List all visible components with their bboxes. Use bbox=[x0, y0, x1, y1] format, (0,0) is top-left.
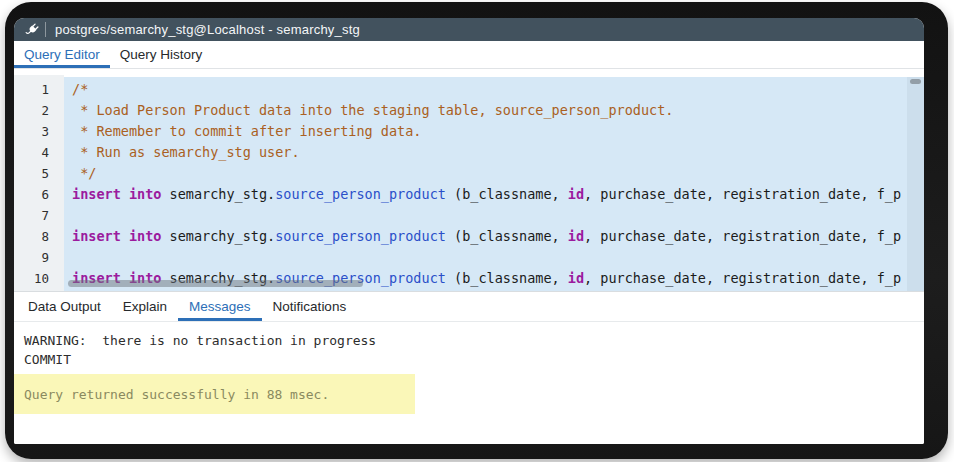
code-line-row: 5 */ bbox=[14, 163, 924, 184]
code-line-row: 1/* bbox=[14, 79, 924, 100]
line-number: 9 bbox=[14, 247, 64, 268]
code-token-comment: */ bbox=[72, 165, 96, 181]
line-number: 1 bbox=[14, 79, 64, 100]
code-token-ident: source_person_product bbox=[275, 186, 446, 202]
code-line-row: 2 * Load Person Product data into the st… bbox=[14, 100, 924, 121]
code-lines: 1/*2 * Load Person Product data into the… bbox=[14, 79, 924, 289]
line-number: 2 bbox=[14, 100, 64, 121]
code-line-content[interactable]: /* bbox=[64, 79, 924, 100]
code-line-content[interactable] bbox=[64, 205, 924, 226]
code-token-keyword: insert into bbox=[72, 228, 161, 244]
code-token-plain: (b_classname, bbox=[446, 228, 568, 244]
code-line-content[interactable]: * Load Person Product data into the stag… bbox=[64, 100, 924, 121]
message-log: WARNING: there is no transaction in prog… bbox=[14, 322, 924, 369]
line-number: 3 bbox=[14, 121, 64, 142]
code-line-row: 7 bbox=[14, 205, 924, 226]
code-line-content[interactable]: * Run as semarchy_stg user. bbox=[64, 142, 924, 163]
titlebar-divider bbox=[45, 22, 46, 37]
code-token-ident: source_person_product bbox=[275, 228, 446, 244]
connection-titlebar: postgres/semarchy_stg@Localhost - semarc… bbox=[14, 18, 924, 41]
code-token-plain: (b_classname, bbox=[446, 270, 568, 286]
code-line-row: 4 * Run as semarchy_stg user. bbox=[14, 142, 924, 163]
code-line-content[interactable]: insert into semarchy_stg.source_person_p… bbox=[64, 226, 924, 247]
code-line-content[interactable]: */ bbox=[64, 163, 924, 184]
tab-query-history[interactable]: Query History bbox=[110, 41, 213, 68]
message-log-line: COMMIT bbox=[24, 350, 924, 369]
code-line-content[interactable] bbox=[64, 247, 924, 268]
messages-panel: WARNING: there is no transaction in prog… bbox=[14, 322, 924, 444]
line-number: 4 bbox=[14, 142, 64, 163]
line-number: 6 bbox=[14, 184, 64, 205]
code-token-plain: semarchy_stg. bbox=[161, 228, 275, 244]
code-token-keyword: id bbox=[568, 186, 584, 202]
connection-title: postgres/semarchy_stg@Localhost - semarc… bbox=[55, 22, 360, 37]
code-token-comment: /* bbox=[72, 81, 88, 97]
tab-data-output[interactable]: Data Output bbox=[17, 292, 112, 321]
code-line-row: 8insert into semarchy_stg.source_person_… bbox=[14, 226, 924, 247]
tab-explain[interactable]: Explain bbox=[112, 292, 178, 321]
horizontal-scrollbar-thumb[interactable] bbox=[68, 280, 363, 287]
code-token-plain: , purchase_date, registration_date, f_p bbox=[584, 270, 901, 286]
code-token-comment: * Remember to commit after inserting dat… bbox=[72, 123, 422, 139]
vertical-scrollbar-thumb[interactable] bbox=[910, 79, 921, 84]
code-token-keyword: insert into bbox=[72, 186, 161, 202]
pgadmin-query-tool-window: postgres/semarchy_stg@Localhost - semarc… bbox=[14, 18, 924, 444]
tab-messages[interactable]: Messages bbox=[178, 292, 262, 321]
output-panel-tab-bar: Data OutputExplainMessagesNotifications bbox=[14, 291, 924, 322]
code-token-plain: , purchase_date, registration_date, f_p bbox=[584, 186, 901, 202]
code-line-row: 6insert into semarchy_stg.source_person_… bbox=[14, 184, 924, 205]
sql-editor[interactable]: 1/*2 * Load Person Product data into the… bbox=[14, 69, 924, 291]
code-token-comment: * Run as semarchy_stg user. bbox=[72, 144, 300, 160]
code-token-keyword: id bbox=[568, 228, 584, 244]
message-log-line: WARNING: there is no transaction in prog… bbox=[24, 331, 924, 350]
code-token-keyword: id bbox=[568, 270, 584, 286]
editor-tab-bar: Query EditorQuery History bbox=[14, 41, 924, 69]
vertical-scrollbar[interactable] bbox=[907, 77, 924, 291]
line-number: 8 bbox=[14, 226, 64, 247]
code-line-content[interactable]: * Remember to commit after inserting dat… bbox=[64, 121, 924, 142]
code-line-content[interactable]: insert into semarchy_stg.source_person_p… bbox=[64, 184, 924, 205]
success-message-text: Query returned successfully in 88 msec. bbox=[14, 387, 329, 402]
tab-query-editor[interactable]: Query Editor bbox=[14, 41, 110, 68]
code-line-row: 9 bbox=[14, 247, 924, 268]
tab-notifications[interactable]: Notifications bbox=[262, 292, 358, 321]
plug-icon bbox=[18, 22, 45, 38]
code-token-plain: semarchy_stg. bbox=[161, 186, 275, 202]
line-number: 5 bbox=[14, 163, 64, 184]
line-number: 10 bbox=[14, 268, 64, 289]
code-token-plain: (b_classname, bbox=[446, 186, 568, 202]
code-line-row: 3 * Remember to commit after inserting d… bbox=[14, 121, 924, 142]
line-number: 7 bbox=[14, 205, 64, 226]
code-token-comment: * Load Person Product data into the stag… bbox=[72, 102, 673, 118]
success-message-banner: Query returned successfully in 88 msec. bbox=[14, 374, 415, 414]
code-token-plain: , purchase_date, registration_date, f_p bbox=[584, 228, 901, 244]
